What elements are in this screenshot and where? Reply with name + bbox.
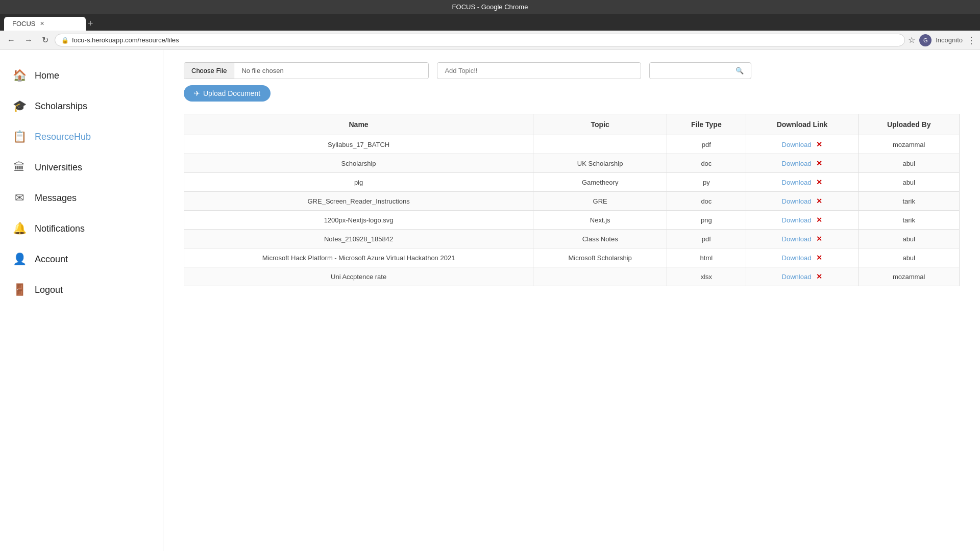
cell-topic: Next.js (533, 211, 667, 230)
cell-topic (533, 135, 667, 154)
profile-button[interactable]: G (919, 34, 932, 46)
cell-name: 1200px-Nextjs-logo.svg (184, 211, 533, 230)
address-bar[interactable]: 🔒 focu-s.herokuapp.com/resource/files (55, 34, 905, 46)
col-header-name: Name (184, 114, 533, 135)
cell-filetype: doc (667, 192, 746, 211)
upload-button-label: Upload Document (203, 89, 260, 97)
cell-topic: UK Scholarship (533, 154, 667, 173)
download-link[interactable]: Download (782, 235, 812, 243)
topic-input[interactable] (437, 62, 641, 79)
col-header-topic: Topic (533, 114, 667, 135)
cell-topic (533, 267, 667, 286)
cell-download: Download✕ (746, 211, 859, 230)
table-header-row: Name Topic File Type Download Link Uploa… (184, 114, 960, 135)
download-link[interactable]: Download (782, 216, 812, 224)
cell-uploader: abul (859, 173, 960, 192)
cell-name: Uni Accptence rate (184, 267, 533, 286)
cell-uploader: abul (859, 154, 960, 173)
cell-topic: Class Notes (533, 230, 667, 248)
delete-button[interactable]: ✕ (816, 254, 822, 262)
sidebar-item-resourcehub[interactable]: 📋 ResourceHub (0, 121, 163, 152)
delete-button[interactable]: ✕ (816, 235, 822, 243)
table-row: pigGametheorypyDownload✕abul (184, 173, 960, 192)
sidebar-item-account[interactable]: 👤 Account (0, 244, 163, 274)
upload-area: Choose File No file chosen 🔍 ✈ Upload Do… (184, 62, 960, 102)
bookmark-icon[interactable]: ☆ (908, 35, 915, 45)
forward-button[interactable]: → (21, 35, 36, 46)
delete-button[interactable]: ✕ (816, 178, 822, 186)
file-input-wrapper: Choose File No file chosen (184, 62, 429, 79)
cell-download: Download✕ (746, 230, 859, 248)
scholarships-icon: 🎓 (12, 99, 27, 113)
logout-icon: 🚪 (12, 283, 27, 297)
lock-icon: 🔒 (61, 37, 69, 44)
sidebar-label-notifications: Notifications (35, 223, 85, 234)
sidebar-label-resourcehub: ResourceHub (35, 132, 91, 142)
sidebar-item-universities[interactable]: 🏛 Universities (0, 152, 163, 183)
table-row: Notes_210928_185842Class NotespdfDownloa… (184, 230, 960, 248)
upload-button[interactable]: ✈ Upload Document (184, 85, 271, 102)
home-icon: 🏠 (12, 68, 27, 83)
resource-table: Name Topic File Type Download Link Uploa… (184, 114, 960, 286)
delete-button[interactable]: ✕ (816, 216, 822, 224)
choose-file-button[interactable]: Choose File (184, 63, 234, 79)
tab-close-icon[interactable]: ✕ (40, 20, 44, 27)
cell-download: Download✕ (746, 173, 859, 192)
browser-tab[interactable]: FOCUS ✕ (4, 17, 86, 31)
cell-uploader: tarik (859, 211, 960, 230)
reload-button[interactable]: ↻ (39, 34, 52, 46)
file-name-display: No file chosen (234, 63, 428, 79)
universities-icon: 🏛 (12, 160, 27, 174)
table-row: ScholarshipUK ScholarshipdocDownload✕abu… (184, 154, 960, 173)
cell-filetype: html (667, 248, 746, 267)
sidebar-item-notifications[interactable]: 🔔 Notifications (0, 213, 163, 244)
download-link[interactable]: Download (782, 197, 812, 205)
cell-filetype: py (667, 173, 746, 192)
table-row: 1200px-Nextjs-logo.svgNext.jspngDownload… (184, 211, 960, 230)
sidebar-label-logout: Logout (35, 285, 63, 295)
upload-row: Choose File No file chosen 🔍 (184, 62, 960, 79)
col-header-filetype: File Type (667, 114, 746, 135)
cell-filetype: pdf (667, 135, 746, 154)
col-header-download: Download Link (746, 114, 859, 135)
incognito-label: Incognito (936, 36, 963, 44)
download-link[interactable]: Download (782, 273, 812, 281)
upload-icon: ✈ (194, 89, 200, 97)
delete-button[interactable]: ✕ (816, 197, 822, 205)
cell-download: Download✕ (746, 248, 859, 267)
cell-filetype: png (667, 211, 746, 230)
new-tab-icon[interactable]: + (88, 18, 93, 29)
table-row: GRE_Screen_Reader_InstructionsGREdocDown… (184, 192, 960, 211)
search-icon: 🔍 (736, 67, 744, 74)
cell-download: Download✕ (746, 192, 859, 211)
sidebar-label-messages: Messages (35, 193, 77, 204)
delete-button[interactable]: ✕ (816, 272, 822, 281)
sidebar: 🏠 Home 🎓 Scholarships 📋 ResourceHub 🏛 Un… (0, 50, 163, 551)
sidebar-item-messages[interactable]: ✉ Messages (0, 183, 163, 213)
cell-uploader: mozammal (859, 267, 960, 286)
sidebar-item-scholarships[interactable]: 🎓 Scholarships (0, 91, 163, 121)
menu-icon[interactable]: ⋮ (967, 35, 976, 46)
table-row: Microsoft Hack Platform - Microsoft Azur… (184, 248, 960, 267)
cell-uploader: abul (859, 230, 960, 248)
search-input[interactable] (657, 67, 732, 74)
download-link[interactable]: Download (782, 141, 812, 148)
sidebar-label-home: Home (35, 70, 59, 81)
cell-topic: Microsoft Scholarship (533, 248, 667, 267)
download-link[interactable]: Download (782, 160, 812, 167)
sidebar-item-home[interactable]: 🏠 Home (0, 60, 163, 91)
cell-download: Download✕ (746, 135, 859, 154)
browser-title: FOCUS - Google Chrome (0, 0, 980, 14)
sidebar-item-logout[interactable]: 🚪 Logout (0, 274, 163, 305)
back-button[interactable]: ← (4, 35, 18, 46)
delete-button[interactable]: ✕ (816, 140, 822, 148)
cell-name: GRE_Screen_Reader_Instructions (184, 192, 533, 211)
download-link[interactable]: Download (782, 179, 812, 186)
cell-topic: GRE (533, 192, 667, 211)
delete-button[interactable]: ✕ (816, 159, 822, 167)
cell-name: Syllabus_17_BATCH (184, 135, 533, 154)
messages-icon: ✉ (12, 191, 27, 205)
cell-filetype: doc (667, 154, 746, 173)
download-link[interactable]: Download (782, 254, 812, 262)
col-header-uploader: Uploaded By (859, 114, 960, 135)
